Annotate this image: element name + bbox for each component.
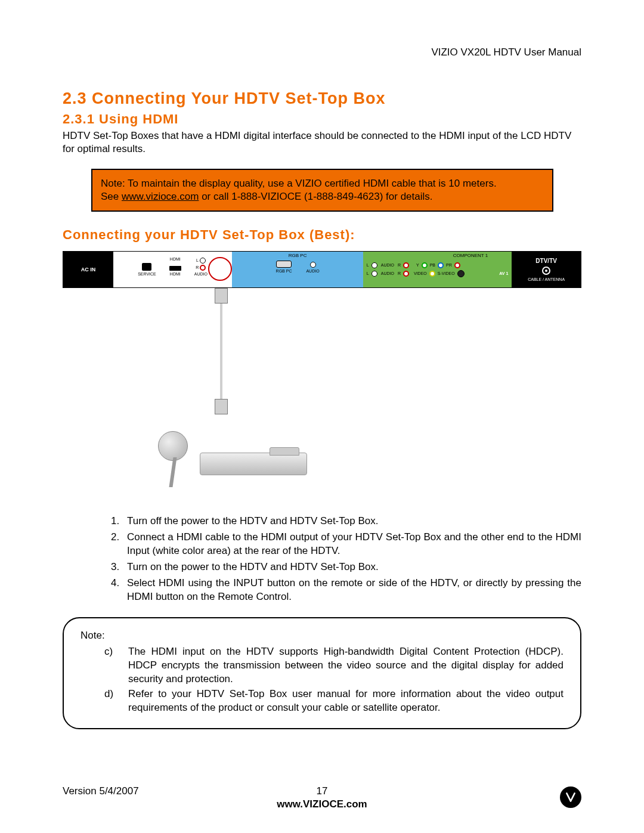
comp-l-label: L xyxy=(367,263,369,267)
svideo-label: S-VIDEO xyxy=(438,271,455,275)
video-label: VIDEO xyxy=(414,271,427,275)
step-1: Turn off the power to the HDTV and HDTV … xyxy=(122,515,581,528)
av-l-jack-icon xyxy=(371,271,377,277)
av1-label: AV 1 xyxy=(499,271,508,275)
audio-label-2: AUDIO xyxy=(306,269,319,273)
audio-l-label: L xyxy=(196,258,199,262)
comp-r-label-1: R xyxy=(398,263,401,267)
pr-label: PR xyxy=(446,263,452,267)
footer-page-number: 17 xyxy=(317,785,328,797)
pb-jack-icon xyxy=(438,262,444,268)
note2-item-d: d) Refer to your HDTV Set-Top Box user m… xyxy=(80,688,564,715)
av-r-jack-icon xyxy=(403,271,409,277)
service-label: SERVICE xyxy=(138,272,156,276)
hdmi-cable-icon xyxy=(213,288,230,425)
note-line-2-post: or call 1-888-VIZIOCE (1-888-849-4623) f… xyxy=(199,191,432,202)
hdmi-port-icon xyxy=(169,266,181,271)
step-2: Connect a HDMI cable to the HDMI output … xyxy=(122,531,581,558)
note-line-2-pre: See xyxy=(101,191,122,202)
rear-panel-diagram: AC IN SERVICE HDMI HDMI xyxy=(63,251,581,503)
receiver-box-icon xyxy=(200,453,307,475)
header-manual-title: VIZIO VX20L HDTV User Manual xyxy=(431,47,581,58)
rgbpc-top-label: RGB PC xyxy=(289,253,307,258)
footer-website: www.VIZIOCE.com xyxy=(277,798,367,810)
instruction-steps: Turn off the power to the HDTV and HDTV … xyxy=(63,515,581,604)
coax-jack-icon xyxy=(542,267,550,275)
note-rounded-box: Note: c) The HDMI input on the HDTV supp… xyxy=(63,617,581,729)
panel-section-rgbpc: RGB PC RGB PC AUDIO xyxy=(232,252,363,287)
svideo-jack-icon xyxy=(457,270,465,277)
vizio-logo-icon xyxy=(560,786,581,808)
comp-audio-label: AUDIO xyxy=(381,263,394,267)
rear-panel: AC IN SERVICE HDMI HDMI xyxy=(63,251,581,288)
hdmi-top-label: HDMI xyxy=(170,257,181,261)
note2-label-d: d) xyxy=(80,688,128,715)
audio-r-jack-icon xyxy=(200,265,206,271)
av-r-label: R xyxy=(398,271,401,275)
panel-section-hdmi: SERVICE HDMI HDMI L R AUDIO xyxy=(113,252,233,287)
dtvtv-label: DTV/TV xyxy=(535,258,557,264)
note2-item-c: c) The HDMI input on the HDTV supports H… xyxy=(80,645,564,686)
video-jack-icon xyxy=(429,271,435,277)
comp-l-jack-icon xyxy=(371,262,377,268)
pb-label: PB xyxy=(430,263,435,267)
rgbpc-bottom-label: RGB PC xyxy=(276,269,292,273)
audio-l-jack-icon xyxy=(200,258,206,264)
pr-jack-icon xyxy=(454,262,460,268)
step-3: Turn on the power to the HDTV and HDTV S… xyxy=(122,561,581,574)
note2-text-d: Refer to your HDTV Set-Top Box user manu… xyxy=(128,688,564,715)
note-line-1: Note: To maintain the display quality, u… xyxy=(101,178,497,189)
audio-label-1: AUDIO xyxy=(194,272,208,276)
audio-r-label: R xyxy=(196,265,199,270)
intro-paragraph: HDTV Set-Top Boxes that have a HDMI digi… xyxy=(63,129,581,156)
vga-port-icon xyxy=(276,261,292,268)
note-callout-box: Note: To maintain the display quality, u… xyxy=(91,169,553,212)
heading-2-3: 2.3 Connecting Your HDTV Set-Top Box xyxy=(63,89,581,108)
note2-title: Note: xyxy=(80,629,564,643)
manual-page: VIZIO VX20L HDTV User Manual 2.3 Connect… xyxy=(0,0,644,833)
heading-connecting-best: Connecting your HDTV Set-Top Box (Best): xyxy=(63,227,581,243)
component1-label: COMPONENT 1 xyxy=(453,253,488,258)
note2-text-c: The HDMI input on the HDTV supports High… xyxy=(128,645,564,686)
y-label: Y xyxy=(416,263,419,267)
set-top-box-illustration xyxy=(158,425,313,491)
cable-antenna-label: CABLE / ANTENNA xyxy=(528,277,565,281)
heading-2-3-1: 2.3.1 Using HDMI xyxy=(63,112,581,127)
service-port-icon xyxy=(142,263,151,271)
y-jack-icon xyxy=(422,262,428,268)
panel-section-dtv: DTV/TV CABLE / ANTENNA xyxy=(512,252,581,287)
note2-label-c: c) xyxy=(80,645,128,686)
hdmi-bottom-label: HDMI xyxy=(170,272,181,276)
satellite-dish-icon xyxy=(158,431,200,485)
cable-diagram-area xyxy=(63,288,581,503)
step-4: Select HDMI using the INPUT button on th… xyxy=(122,577,581,604)
footer-version: Version 5/4/2007 xyxy=(63,785,139,797)
note-link[interactable]: www.vizioce.com xyxy=(122,191,199,202)
comp-r-jack-icon xyxy=(403,262,409,268)
ac-in-label: AC IN xyxy=(81,267,96,272)
panel-section-component-av: COMPONENT 1 L AUDIO R Y PB PR L AUDIO xyxy=(363,252,512,287)
panel-section-ac: AC IN xyxy=(63,252,113,287)
pc-audio-jack-icon xyxy=(310,262,316,268)
av-audio-label: AUDIO xyxy=(381,271,394,275)
av-l-label: L xyxy=(367,271,369,275)
page-footer: Version 5/4/2007 17 www.VIZIOCE.com xyxy=(63,785,581,797)
